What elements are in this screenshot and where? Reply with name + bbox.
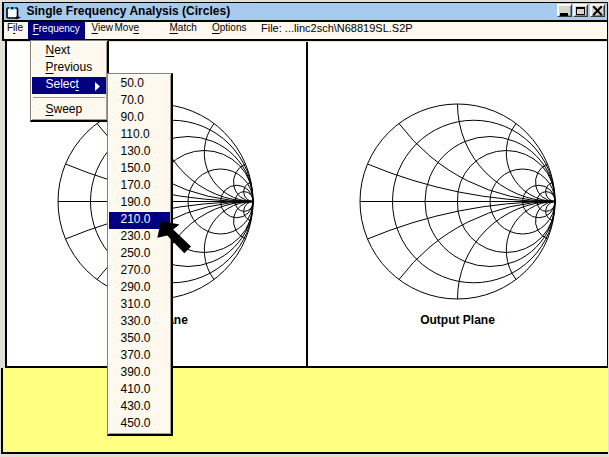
svg-text:Output Plane: Output Plane [420,313,495,327]
